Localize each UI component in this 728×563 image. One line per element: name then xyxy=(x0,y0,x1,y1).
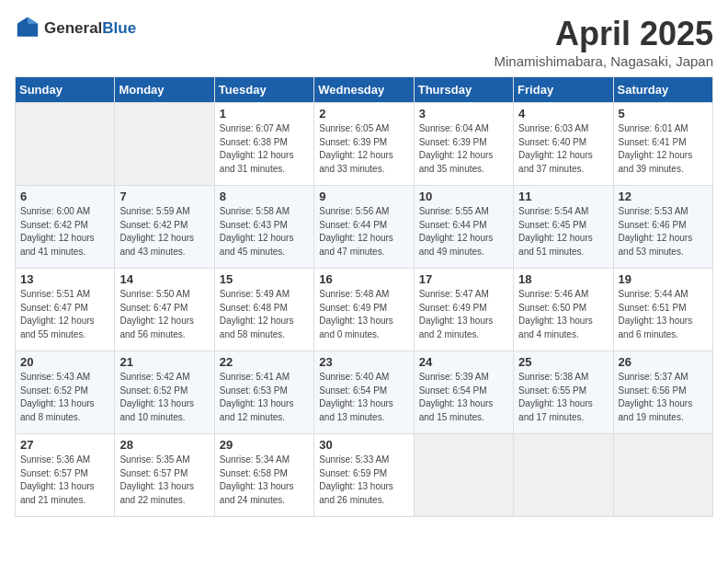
calendar-cell xyxy=(16,103,115,186)
calendar-cell: 15Sunrise: 5:49 AMSunset: 6:48 PMDayligh… xyxy=(214,269,313,351)
calendar-cell: 29Sunrise: 5:34 AMSunset: 6:58 PMDayligh… xyxy=(214,434,313,517)
day-number: 26 xyxy=(619,355,708,369)
calendar-cell: 6Sunrise: 6:00 AMSunset: 6:42 PMDaylight… xyxy=(16,186,115,269)
cell-info: Sunrise: 5:37 AMSunset: 6:56 PMDaylight:… xyxy=(619,372,693,422)
calendar-cell: 7Sunrise: 5:59 AMSunset: 6:42 PMDaylight… xyxy=(115,186,214,269)
day-number: 29 xyxy=(220,438,309,452)
day-number: 4 xyxy=(518,107,608,121)
cell-info: Sunrise: 5:54 AMSunset: 6:45 PMDaylight:… xyxy=(518,206,593,257)
cell-info: Sunrise: 5:33 AMSunset: 6:59 PMDaylight:… xyxy=(319,454,393,505)
calendar-week-2: 6Sunrise: 6:00 AMSunset: 6:42 PMDaylight… xyxy=(16,186,713,269)
calendar-cell: 16Sunrise: 5:48 AMSunset: 6:49 PMDayligh… xyxy=(314,269,414,351)
svg-marker-1 xyxy=(28,17,38,24)
calendar-header-tuesday: Tuesday xyxy=(214,77,313,103)
day-number: 8 xyxy=(220,190,309,203)
calendar-cell: 22Sunrise: 5:41 AMSunset: 6:53 PMDayligh… xyxy=(214,351,313,434)
day-number: 5 xyxy=(619,107,708,121)
day-number: 24 xyxy=(419,355,508,369)
cell-info: Sunrise: 5:59 AMSunset: 6:42 PMDaylight:… xyxy=(119,206,194,257)
cell-info: Sunrise: 5:41 AMSunset: 6:53 PMDaylight:… xyxy=(220,372,294,422)
cell-info: Sunrise: 6:05 AMSunset: 6:39 PMDaylight:… xyxy=(319,123,393,174)
day-number: 23 xyxy=(319,355,408,369)
calendar-cell: 14Sunrise: 5:50 AMSunset: 6:47 PMDayligh… xyxy=(115,269,214,351)
calendar-week-3: 13Sunrise: 5:51 AMSunset: 6:47 PMDayligh… xyxy=(16,269,713,351)
calendar-header-saturday: Saturday xyxy=(613,77,712,103)
svg-marker-2 xyxy=(17,17,28,24)
day-number: 30 xyxy=(319,438,408,452)
day-number: 27 xyxy=(20,438,109,452)
calendar-cell: 2Sunrise: 6:05 AMSunset: 6:39 PMDaylight… xyxy=(314,103,414,186)
logo-icon xyxy=(15,15,40,40)
calendar-cell: 11Sunrise: 5:54 AMSunset: 6:45 PMDayligh… xyxy=(514,186,613,269)
day-number: 18 xyxy=(518,272,608,286)
day-number: 7 xyxy=(119,190,209,203)
cell-info: Sunrise: 5:42 AMSunset: 6:52 PMDaylight:… xyxy=(119,372,194,422)
calendar-cell: 4Sunrise: 6:03 AMSunset: 6:40 PMDaylight… xyxy=(514,103,613,186)
calendar-cell: 30Sunrise: 5:33 AMSunset: 6:59 PMDayligh… xyxy=(314,434,414,517)
day-number: 20 xyxy=(20,355,109,369)
calendar-week-4: 20Sunrise: 5:43 AMSunset: 6:52 PMDayligh… xyxy=(16,351,713,434)
day-number: 25 xyxy=(518,355,608,369)
cell-info: Sunrise: 5:55 AMSunset: 6:44 PMDaylight:… xyxy=(419,206,494,257)
day-number: 17 xyxy=(419,272,508,286)
cell-info: Sunrise: 6:01 AMSunset: 6:41 PMDaylight:… xyxy=(619,123,693,174)
calendar-cell: 19Sunrise: 5:44 AMSunset: 6:51 PMDayligh… xyxy=(613,269,712,351)
day-number: 11 xyxy=(518,190,608,203)
cell-info: Sunrise: 5:43 AMSunset: 6:52 PMDaylight:… xyxy=(20,372,95,422)
calendar-cell: 26Sunrise: 5:37 AMSunset: 6:56 PMDayligh… xyxy=(613,351,712,434)
day-number: 22 xyxy=(220,355,309,369)
calendar-header-sunday: Sunday xyxy=(16,77,115,103)
title-area: April 2025 Minamishimabara, Nagasaki, Ja… xyxy=(495,15,713,69)
calendar-cell: 5Sunrise: 6:01 AMSunset: 6:41 PMDaylight… xyxy=(613,103,712,186)
day-number: 10 xyxy=(419,190,508,203)
calendar-cell xyxy=(414,434,513,517)
calendar-cell: 23Sunrise: 5:40 AMSunset: 6:54 PMDayligh… xyxy=(314,351,414,434)
cell-info: Sunrise: 5:49 AMSunset: 6:48 PMDaylight:… xyxy=(220,289,294,339)
cell-info: Sunrise: 5:48 AMSunset: 6:49 PMDaylight:… xyxy=(319,289,393,339)
cell-info: Sunrise: 6:03 AMSunset: 6:40 PMDaylight:… xyxy=(518,123,593,174)
cell-info: Sunrise: 5:44 AMSunset: 6:51 PMDaylight:… xyxy=(619,289,693,339)
calendar-cell: 20Sunrise: 5:43 AMSunset: 6:52 PMDayligh… xyxy=(16,351,115,434)
cell-info: Sunrise: 5:35 AMSunset: 6:57 PMDaylight:… xyxy=(119,454,194,505)
calendar-cell: 27Sunrise: 5:36 AMSunset: 6:57 PMDayligh… xyxy=(16,434,115,517)
cell-info: Sunrise: 5:39 AMSunset: 6:54 PMDaylight:… xyxy=(419,372,494,422)
day-number: 19 xyxy=(619,272,708,286)
cell-info: Sunrise: 5:38 AMSunset: 6:55 PMDaylight:… xyxy=(518,372,593,422)
calendar-header-row: SundayMondayTuesdayWednesdayThursdayFrid… xyxy=(16,77,713,103)
day-number: 13 xyxy=(20,272,109,286)
location-title: Minamishimabara, Nagasaki, Japan xyxy=(495,53,713,69)
calendar-cell: 10Sunrise: 5:55 AMSunset: 6:44 PMDayligh… xyxy=(414,186,513,269)
day-number: 14 xyxy=(119,272,209,286)
calendar-header-thursday: Thursday xyxy=(414,77,513,103)
calendar-header-monday: Monday xyxy=(115,77,214,103)
calendar-cell: 9Sunrise: 5:56 AMSunset: 6:44 PMDaylight… xyxy=(314,186,414,269)
calendar-header-friday: Friday xyxy=(514,77,613,103)
calendar-cell xyxy=(115,103,214,186)
calendar-cell xyxy=(613,434,712,517)
calendar-cell: 8Sunrise: 5:58 AMSunset: 6:43 PMDaylight… xyxy=(214,186,313,269)
calendar-cell: 3Sunrise: 6:04 AMSunset: 6:39 PMDaylight… xyxy=(414,103,513,186)
day-number: 28 xyxy=(119,438,209,452)
calendar-cell: 18Sunrise: 5:46 AMSunset: 6:50 PMDayligh… xyxy=(514,269,613,351)
calendar-week-1: 1Sunrise: 6:07 AMSunset: 6:38 PMDaylight… xyxy=(16,103,713,186)
cell-info: Sunrise: 5:47 AMSunset: 6:49 PMDaylight:… xyxy=(419,289,494,339)
day-number: 1 xyxy=(220,107,309,121)
logo-blue-text: Blue xyxy=(102,19,136,37)
cell-info: Sunrise: 5:46 AMSunset: 6:50 PMDaylight:… xyxy=(518,289,593,339)
day-number: 6 xyxy=(20,190,109,203)
cell-info: Sunrise: 5:56 AMSunset: 6:44 PMDaylight:… xyxy=(319,206,393,257)
calendar-cell: 13Sunrise: 5:51 AMSunset: 6:47 PMDayligh… xyxy=(16,269,115,351)
calendar-table: SundayMondayTuesdayWednesdayThursdayFrid… xyxy=(15,76,713,517)
day-number: 21 xyxy=(119,355,209,369)
cell-info: Sunrise: 5:51 AMSunset: 6:47 PMDaylight:… xyxy=(20,289,95,339)
cell-info: Sunrise: 5:36 AMSunset: 6:57 PMDaylight:… xyxy=(20,454,95,505)
cell-info: Sunrise: 5:40 AMSunset: 6:54 PMDaylight:… xyxy=(319,372,393,422)
calendar-cell xyxy=(514,434,613,517)
calendar-cell: 25Sunrise: 5:38 AMSunset: 6:55 PMDayligh… xyxy=(514,351,613,434)
calendar-cell: 12Sunrise: 5:53 AMSunset: 6:46 PMDayligh… xyxy=(613,186,712,269)
calendar-cell: 17Sunrise: 5:47 AMSunset: 6:49 PMDayligh… xyxy=(414,269,513,351)
day-number: 16 xyxy=(319,272,408,286)
calendar-cell: 1Sunrise: 6:07 AMSunset: 6:38 PMDaylight… xyxy=(214,103,313,186)
logo: GeneralBlue xyxy=(15,15,136,40)
cell-info: Sunrise: 5:34 AMSunset: 6:58 PMDaylight:… xyxy=(220,454,294,505)
